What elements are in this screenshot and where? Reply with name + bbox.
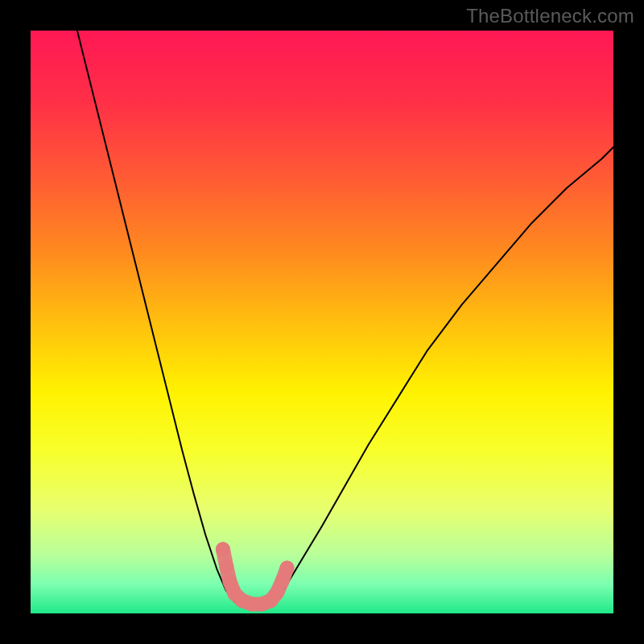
chart-frame: TheBottleneck.com [0, 0, 644, 644]
watermark-text: TheBottleneck.com [466, 5, 634, 27]
highlight-dot [216, 542, 230, 556]
plot-area [31, 31, 613, 613]
highlight-dot [219, 559, 233, 574]
highlight-dot [280, 561, 295, 576]
highlight-dot [275, 573, 290, 588]
chart-svg [31, 31, 613, 613]
